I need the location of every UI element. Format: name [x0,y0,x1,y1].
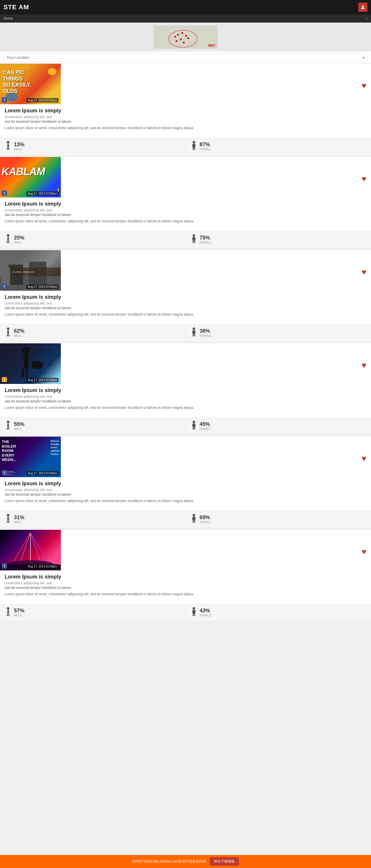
card-6-male-pct: 57% [14,608,24,614]
svg-point-1 [7,141,9,144]
card-4-subtitle2: sed do eiusmod tempor incididunt ut labo… [5,399,366,403]
card-1: CAN PICTHINGSSO EASILY.OLDS Aug 17, 2013… [0,64,371,157]
card-6-body: Lorem Ipsum is simply consectetur adipis… [0,570,371,604]
card-1-female-stat: 87% FEMALE [186,138,371,155]
male-icon [5,141,11,152]
card-4-female-pct: 45% [200,421,210,427]
nav-home[interactable]: Home [3,17,13,21]
card-4-image: Aug 17, 2013 02:00pm f [0,343,61,384]
card-4-title: Lorem Ipsum is simply [5,388,366,394]
card-3-female-stat: 38% FEMALE [186,324,371,341]
svg-rect-21 [194,334,195,336]
card-5-timestamp: Aug 17, 2013 02:00pm [26,471,59,475]
card-4: Aug 17, 2013 02:00pm f ♥ Lorem Ipsum is … [0,343,371,437]
card-6-subtitle2: sed do eiusmod tempor incididunt ut labo… [5,586,366,590]
svg-rect-3 [7,148,8,150]
svg-rect-42 [194,521,195,523]
download-button[interactable]: 前往下载模版 [210,857,239,866]
map-container: 9657 [153,26,218,49]
svg-point-36 [7,514,9,517]
svg-rect-6 [193,148,194,150]
svg-point-50 [7,607,9,610]
card-5-female-stat: 69% FEMALE [186,511,371,528]
card-4-male-label: MALE [14,427,24,431]
card-3-image: GLOBAL TOBACCO Aug 17, 2013 02:00pm f [0,250,61,291]
male-icon-3 [5,327,11,338]
male-icon-6 [5,607,11,618]
svg-rect-24 [21,355,24,357]
card-6-male-stat: 57% MALE [0,604,186,621]
card-6-female-label: FEMALE [200,614,211,617]
card-3-desc: Lorem ipsum dolor sit amet, consectetur … [5,312,366,317]
card-6: Aug 17, 2013 02:00pm f ♥ Lorem Ipsum is … [0,530,371,623]
card-3-body: Lorem Ipsum is simply consectetur adipis… [0,291,371,324]
card-6-heart[interactable]: ♥ [362,547,366,556]
card-5-male-pct: 31% [14,515,24,520]
card-4-fb-badge: f [2,377,7,382]
card-1-heart[interactable]: ♥ [362,81,366,90]
svg-rect-31 [7,428,8,430]
card-2-female-pct: 75% [200,235,210,241]
card-1-gender-stats: 13% MALE 87% FEMALE [0,137,371,155]
svg-rect-53 [8,614,9,616]
svg-rect-41 [193,521,194,523]
card-4-desc: Lorem ipsum dolor sit amet, consectetur … [5,405,366,410]
app-logo: STE AM [3,3,29,11]
svg-rect-34 [193,428,194,430]
svg-point-8 [7,234,9,237]
card-1-subtitle2: sed do eiusmod tempor incididunt ut labo… [5,120,366,124]
card-5-heart[interactable]: ♥ [362,454,366,463]
svg-point-40 [193,514,195,517]
card-5-female-pct: 69% [200,515,210,520]
svg-rect-28 [32,361,33,369]
card-3-title: Lorem Ipsum is simply [5,294,366,300]
card-3-heart[interactable]: ♥ [362,268,366,277]
card-1-male-stat: 13% MALE [0,138,186,155]
card-6-male-label: MALE [14,614,24,617]
banner-text: 仿同性与社区bbs.xienlao.com是否不但有意内容 [132,859,206,863]
card-6-subtitle: consectetur adipiscing elit, sed [5,581,366,585]
card-4-body: Lorem Ipsum is simply consectetur adipis… [0,384,371,417]
svg-rect-23 [24,354,28,369]
location-bar: Your Location [0,52,371,64]
svg-point-33 [193,421,195,423]
card-4-female-label: FEMALE [200,427,211,431]
map-dot [183,42,184,43]
card-1-subtitle: consectetur adipiscing elit, sed [5,115,366,119]
card-6-fb-badge: f [2,563,7,569]
svg-point-0 [362,5,364,7]
map-dot [181,32,183,34]
navbar: Home ▾ [0,14,371,23]
location-select[interactable]: Your Location [3,53,368,62]
card-2-female-label: FEMALE [200,241,211,244]
svg-rect-4 [8,148,9,150]
card-5-subtitle: consectetur adipiscing elit, sed [5,488,366,492]
svg-rect-2 [7,144,9,148]
svg-rect-7 [194,148,195,150]
card-3-male-pct: 62% [14,328,24,334]
map-dot [177,34,179,36]
card-1-fb-badge: f [2,97,7,102]
card-1-female-pct: 87% [200,142,210,147]
map-dot [176,40,177,42]
card-2-heart[interactable]: ♥ [362,174,366,184]
svg-point-27 [32,361,43,369]
feed: CAN PICTHINGSSO EASILY.OLDS Aug 17, 2013… [0,64,371,623]
svg-rect-52 [7,614,8,616]
card-2: KABLAM ! Aug 17, 2013 02:00pm f ♥ Lorem … [0,157,371,250]
card-2-female-stat: 75% FEMALE [186,231,371,248]
card-1-image: CAN PICTHINGSSO EASILY.OLDS Aug 17, 2013… [0,64,61,104]
card-4-heart[interactable]: ♥ [362,361,366,370]
card-5-male-label: MALE [14,521,24,524]
female-icon-3 [191,327,197,338]
card-5-gender-stats: 31% MALE 69% FEMALE [0,510,371,528]
card-2-title: Lorem Ipsum is simply [5,201,366,207]
map-dot [187,37,189,39]
card-1-title: Lorem Ipsum is simply [5,108,366,114]
card-3-timestamp: Aug 17, 2013 02:00pm [26,285,59,289]
card-4-subtitle: consectetur adipiscing elit, sed [5,395,366,399]
header: STE AM [0,0,371,14]
user-avatar[interactable] [358,3,368,12]
card-5-male-stat: 31% MALE [0,511,186,528]
card-2-timestamp: Aug 17, 2013 02:00pm [26,191,59,196]
